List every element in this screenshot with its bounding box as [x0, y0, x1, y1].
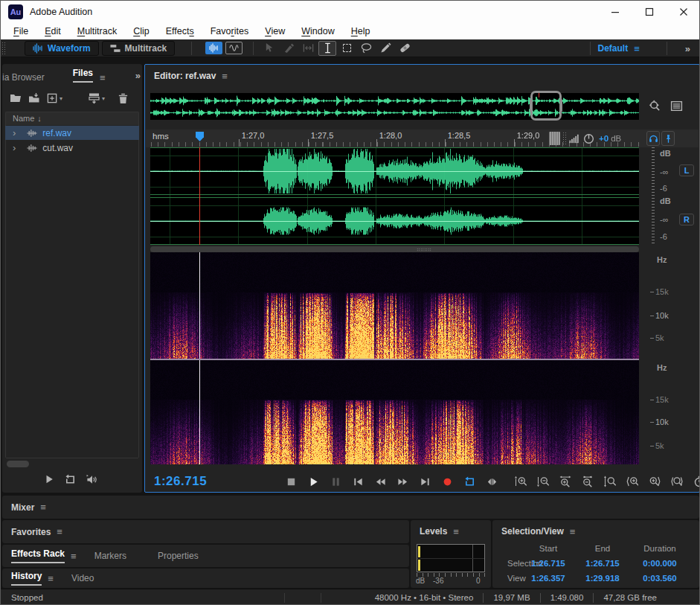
overview-options-icon[interactable] — [670, 100, 683, 112]
levels-title[interactable]: Levels — [420, 526, 447, 537]
selection-view-menu-icon[interactable]: ≡ — [570, 527, 576, 537]
left-channel-button[interactable]: L — [679, 164, 694, 176]
zoom-full-button[interactable] — [602, 474, 617, 490]
record-button[interactable] — [440, 474, 455, 490]
menu-item-help[interactable]: Help — [343, 23, 379, 39]
insert-into-multitrack-button[interactable] — [89, 92, 100, 104]
maximize-button[interactable] — [632, 1, 667, 23]
workspace-selector[interactable]: Default — [598, 43, 629, 54]
zoom-in-time-button[interactable] — [557, 474, 573, 490]
favorites-panel-menu-icon[interactable]: ≡ — [57, 527, 62, 537]
time-display[interactable]: 1:26.715 — [154, 474, 207, 489]
multitrack-view-button[interactable]: Multitrack — [102, 41, 176, 56]
tab-favorites[interactable]: Favorites — [11, 527, 51, 537]
spectrogram-left[interactable] — [150, 252, 639, 359]
minimize-button[interactable] — [598, 1, 632, 23]
toolbar-grip[interactable] — [1, 42, 7, 55]
waveform-display[interactable] — [150, 147, 639, 245]
close-button[interactable] — [667, 1, 700, 23]
move-tool-button[interactable] — [260, 41, 278, 56]
new-file-dropdown-icon[interactable]: ▾ — [60, 95, 62, 102]
skip-to-end-button[interactable] — [417, 474, 433, 490]
import-file-button[interactable] — [28, 92, 40, 104]
pin-button[interactable] — [661, 131, 675, 146]
zoom-selection-left-handle[interactable] — [530, 99, 533, 112]
effects-rack-menu-icon[interactable]: ≡ — [71, 551, 77, 561]
monitor-button[interactable] — [646, 131, 660, 146]
right-channel-button[interactable]: R — [679, 214, 694, 225]
tab-mixer[interactable]: Mixer — [11, 502, 34, 513]
insert-dropdown-icon[interactable]: ▾ — [102, 95, 105, 102]
expand-chevron-icon[interactable]: › — [13, 142, 16, 153]
tab-history[interactable]: History — [11, 571, 42, 586]
rewind-button[interactable] — [373, 474, 388, 490]
timer-record-button[interactable] — [691, 474, 700, 490]
waveform-horizontal-scrollbar[interactable] — [150, 246, 639, 252]
file-row-ref[interactable]: › ref.wav — [5, 126, 139, 140]
zoom-in-amplitude-button[interactable] — [513, 474, 528, 490]
slip-tool-button[interactable] — [299, 41, 317, 56]
files-name-column-header[interactable]: Name ↓ — [5, 112, 139, 125]
menu-item-favorites[interactable]: Favorites — [202, 23, 257, 39]
overview-zoom-selection[interactable] — [530, 91, 562, 121]
selection-duration-value[interactable]: 0:00.000 — [630, 559, 690, 568]
menu-item-multitrack[interactable]: Multitrack — [69, 23, 126, 39]
delete-file-button[interactable] — [118, 93, 129, 104]
mixer-panel-menu-icon[interactable]: ≡ — [40, 502, 46, 512]
zoom-out-amplitude-button[interactable] — [535, 474, 550, 490]
view-start-value[interactable]: 1:26.357 — [518, 574, 578, 583]
razor-tool-button[interactable] — [280, 41, 298, 56]
overview-waveform[interactable] — [150, 93, 639, 120]
tab-files[interactable]: Files — [73, 68, 93, 83]
fast-forward-button[interactable] — [395, 474, 411, 490]
pause-button[interactable] — [328, 474, 344, 490]
time-selection-tool-button[interactable] — [318, 41, 336, 56]
zoom-to-selection-button[interactable] — [669, 474, 684, 490]
overview-zoom-icon[interactable] — [649, 100, 661, 112]
view-end-value[interactable]: 1:29.918 — [573, 574, 632, 583]
history-panel-menu-icon[interactable]: ≡ — [48, 574, 54, 583]
preview-play-button[interactable] — [44, 474, 54, 484]
zoom-out-point-button[interactable] — [646, 474, 662, 490]
gain-knob-icon[interactable] — [583, 133, 594, 144]
zoom-in-point-button[interactable] — [624, 474, 640, 490]
tab-video[interactable]: Video — [71, 573, 94, 583]
open-file-button[interactable] — [10, 92, 22, 104]
menu-item-file[interactable]: File — [5, 23, 36, 39]
marquee-selection-tool-button[interactable] — [338, 41, 356, 56]
tab-effects-rack[interactable]: Effects Rack — [11, 548, 65, 563]
selection-view-title[interactable]: Selection/View — [501, 526, 564, 537]
workspace-menu-icon[interactable]: ≡ — [634, 44, 640, 54]
tab-properties[interactable]: Properties — [158, 551, 199, 561]
ruler-grip[interactable] — [562, 132, 567, 145]
levels-panel-menu-icon[interactable]: ≡ — [453, 527, 459, 537]
file-row-cut[interactable]: › cut.wav — [5, 141, 139, 155]
show-spectral-toggle[interactable] — [225, 42, 243, 54]
toolbar-overflow-icon[interactable]: » — [685, 43, 690, 54]
tab-markers[interactable]: Markers — [94, 551, 126, 561]
new-file-button[interactable] — [47, 93, 58, 104]
selection-start-value[interactable]: 1:26.715 — [518, 559, 578, 568]
gain-value[interactable]: +0 — [599, 134, 609, 143]
lasso-selection-tool-button[interactable] — [357, 41, 375, 56]
tab-media-browser[interactable]: ia Browser — [2, 72, 45, 83]
preview-loop-button[interactable] — [65, 474, 76, 485]
skip-to-start-button[interactable] — [350, 474, 366, 490]
files-panel-overflow-icon[interactable]: » — [135, 70, 141, 81]
files-panel-menu-icon[interactable]: ≡ — [100, 73, 106, 83]
files-horizontal-scrollbar[interactable] — [7, 461, 29, 467]
loop-playback-button[interactable] — [462, 474, 478, 490]
waveform-view-button[interactable]: Waveform — [25, 41, 99, 56]
spectrogram-right[interactable] — [150, 360, 639, 464]
menu-item-clip[interactable]: Clip — [125, 23, 158, 39]
zoom-selection-right-handle[interactable] — [559, 99, 562, 112]
spot-healing-brush-tool-button[interactable] — [396, 41, 414, 56]
ruler-scrollbar[interactable] — [549, 132, 560, 145]
selection-end-value[interactable]: 1:26.715 — [573, 559, 632, 568]
menu-item-window[interactable]: Window — [293, 23, 342, 39]
expand-chevron-icon[interactable]: › — [13, 127, 16, 138]
skip-selection-button[interactable] — [484, 474, 500, 490]
timeline-ruler[interactable]: hms 1:27,0 1:27,5 1:28,0 1:28,5 1:29,0 +… — [146, 129, 699, 147]
menu-item-effects[interactable]: Effects — [158, 23, 202, 39]
editor-panel-menu-icon[interactable]: ≡ — [222, 71, 228, 81]
